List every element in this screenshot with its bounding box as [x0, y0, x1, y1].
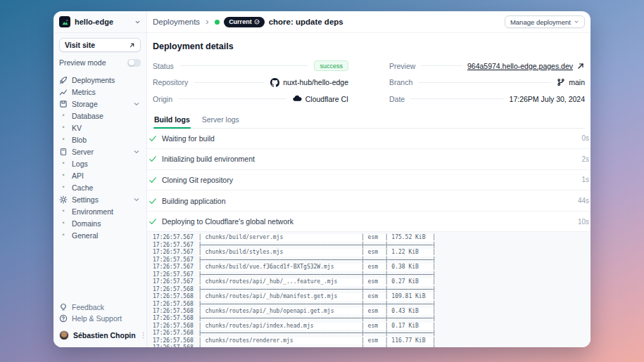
detail-label: Branch: [389, 78, 412, 86]
breadcrumb-deployments[interactable]: Deployments: [153, 18, 200, 26]
sidebar-item-api[interactable]: •API: [59, 169, 141, 181]
sidebar-item-label: KV: [72, 124, 82, 132]
sidebar-item-label: Settings: [72, 195, 99, 204]
build-step-duration: 0s: [581, 134, 589, 142]
log-line: 17:26:57.568│ chunks/routes/renderer.mjs…: [153, 337, 591, 344]
github-icon: [270, 78, 279, 87]
sidebar-footer: FeedbackHelp & Support: [53, 302, 146, 325]
preview-mode-toggle[interactable]: [127, 59, 141, 67]
site-switcher[interactable]: hello-edge: [53, 11, 146, 33]
build-step-row[interactable]: Initializing build environment2s: [147, 149, 591, 170]
leader-line: [421, 65, 462, 66]
chevron-down-icon: [134, 19, 141, 25]
log-table-text: ├───────────────────────────────────────…: [198, 315, 436, 322]
avatar: [59, 330, 69, 340]
log-line: 17:26:57.567├───────────────────────────…: [153, 242, 591, 249]
log-line: 17:26:57.568├───────────────────────────…: [153, 330, 591, 337]
sidebar-item-cache[interactable]: •Cache: [59, 181, 141, 193]
user-name: Sébastien Chopin: [73, 331, 136, 340]
current-badge[interactable]: Current: [224, 17, 265, 27]
log-line: 17:26:57.567│ chunks/build/styles.mjs │ …: [153, 249, 591, 256]
leader-line: [179, 65, 309, 66]
detail-value-text: 17:26PM July 30, 2024: [510, 95, 585, 103]
kebab-menu-icon[interactable]: ⋮: [140, 332, 147, 339]
sidebar-item-label: Storage: [72, 100, 98, 108]
log-table-text: │ chunks/build/server.mjs │ esm │ 175.52…: [198, 234, 436, 241]
build-log-output[interactable]: 17:26:57.567│ chunks/build/server.mjs │ …: [147, 232, 591, 347]
commit-message: chore: update deps: [269, 18, 343, 26]
check-icon: [149, 134, 157, 143]
sidebar-item-feedback[interactable]: Feedback: [59, 302, 141, 313]
sidebar-item-label: Logs: [72, 160, 88, 168]
details-right-column: Preview964a5974.hello-edge.pages.devBran…: [389, 58, 585, 108]
build-step-row[interactable]: Deploying to Cloudflare's global network…: [147, 212, 591, 233]
log-timestamp: 17:26:57.568: [153, 293, 194, 300]
sidebar-item-metrics[interactable]: Metrics: [59, 86, 141, 98]
sidebar-item-label: Database: [72, 112, 103, 120]
external-link-icon: [576, 62, 585, 70]
detail-value: success: [314, 60, 348, 71]
site-name: hello-edge: [75, 18, 113, 26]
log-table-text: ├───────────────────────────────────────…: [198, 286, 436, 293]
build-step-row[interactable]: Cloning Git repository1s: [147, 170, 591, 191]
sidebar-item-server[interactable]: Server: [59, 146, 141, 157]
check-icon: [149, 217, 157, 226]
bullet-icon: •: [59, 220, 68, 226]
storage-icon: [59, 100, 68, 108]
detail-row: Statussuccess: [153, 58, 348, 75]
sidebar-item-label: Deployments: [72, 76, 115, 84]
sidebar-item-blob[interactable]: •Blob: [59, 134, 141, 146]
sidebar-item-domains[interactable]: •Domains: [59, 217, 141, 229]
check-circle-icon: [254, 19, 260, 25]
status-dot: [215, 20, 220, 25]
sidebar-item-general[interactable]: •General: [59, 229, 141, 241]
tab-build-logs[interactable]: Build logs: [153, 111, 191, 128]
sidebar-item-storage[interactable]: Storage: [59, 98, 141, 110]
build-step-row[interactable]: Building application44s: [147, 190, 591, 212]
detail-label: Repository: [153, 78, 188, 86]
sidebar-item-label: API: [72, 172, 84, 180]
tab-server-logs[interactable]: Server logs: [201, 111, 240, 128]
bullet-icon: •: [59, 112, 68, 119]
sidebar-item-settings[interactable]: Settings: [59, 193, 141, 205]
bullet-icon: •: [59, 232, 68, 238]
build-step-row[interactable]: Waiting for build0s: [147, 129, 591, 150]
user-menu[interactable]: Sébastien Chopin ⋮: [53, 325, 146, 347]
log-line: 17:26:57.567├───────────────────────────…: [153, 257, 591, 264]
sidebar-item-logs[interactable]: •Logs: [59, 157, 141, 169]
manage-deployment-button[interactable]: Manage deployment: [505, 15, 585, 28]
log-line: 17:26:57.568├───────────────────────────…: [153, 315, 591, 322]
log-timestamp: 17:26:57.567: [153, 234, 194, 241]
detail-label: Status: [153, 62, 174, 70]
preview-link[interactable]: 964a5974.hello-edge.pages.dev: [467, 62, 573, 70]
log-table-text: ├───────────────────────────────────────…: [198, 330, 436, 337]
sidebar-item-help-support[interactable]: Help & Support: [59, 313, 141, 324]
preview-mode-label: Preview mode: [59, 58, 106, 67]
build-step-duration: 10s: [578, 218, 589, 226]
log-table-text: │ chunks/routes/api/_hub/_...feature_.mj…: [198, 278, 436, 285]
sidebar-item-deployments[interactable]: Deployments: [59, 74, 141, 86]
bullet-icon: •: [59, 136, 68, 143]
sidebar-item-database[interactable]: •Database: [59, 110, 141, 122]
details-grid: StatussuccessRepositorynuxt-hub/hello-ed…: [153, 58, 585, 108]
sidebar-item-environment[interactable]: •Environment: [59, 205, 141, 217]
build-steps: Waiting for build0sInitializing build en…: [147, 129, 591, 233]
build-step-label: Deploying to Cloudflare's global network: [162, 217, 293, 226]
sidebar-item-label: Metrics: [72, 88, 96, 96]
site-logo-icon: [59, 16, 70, 27]
chevron-down-icon: [132, 148, 141, 156]
log-timestamp: 17:26:57.567: [153, 278, 194, 285]
visit-site-button[interactable]: Visit site: [59, 38, 141, 52]
chevron-down-icon: [574, 19, 579, 25]
detail-label: Origin: [153, 95, 172, 103]
external-arrow-icon: [129, 42, 135, 49]
log-timestamp: 17:26:57.568: [153, 308, 194, 315]
log-timestamp: 17:26:57.567: [153, 257, 194, 264]
sidebar-item-kv[interactable]: •KV: [59, 122, 141, 134]
leader-line: [178, 98, 286, 99]
log-table-text: ├───────────────────────────────────────…: [198, 301, 436, 308]
check-icon: [149, 176, 157, 184]
log-line: 17:26:57.567│ chunks/build/server.mjs │ …: [153, 234, 591, 241]
app-window: hello-edge Visit site Preview mode Deplo…: [53, 11, 591, 347]
log-table-text: │ chunks/routes/api/index.head.mjs │ esm…: [198, 323, 436, 330]
